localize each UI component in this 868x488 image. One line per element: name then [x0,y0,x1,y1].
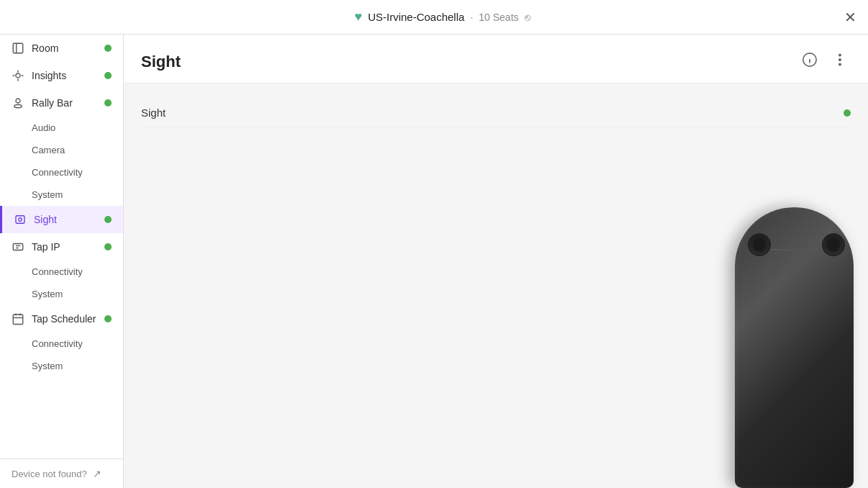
svg-point-23 [839,63,841,65]
svg-rect-9 [16,216,24,224]
svg-rect-14 [13,315,23,325]
connectivity-ts-label: Connectivity [32,338,83,349]
main-actions [799,49,851,74]
logo-icon: ♥ [354,9,362,24]
device-lens-right [822,233,845,256]
rally-bar-status-dot [104,99,112,107]
sight-status-dot [104,216,112,223]
main-header: Sight [124,35,868,83]
rally-bar-icon [12,96,24,109]
sidebar-sight-label: Sight [34,214,57,225]
sidebar-insights-label: Insights [32,70,66,81]
device-row-label: Sight [141,107,166,119]
main-panel: Sight Sight [124,35,868,488]
device-not-found-link-icon[interactable]: ↗ [93,468,101,479]
sidebar-subitem-system-tip[interactable]: System [0,283,123,305]
sidebar-item-insights[interactable]: Insights [0,62,123,89]
svg-rect-11 [13,244,23,250]
svg-point-10 [19,218,22,222]
room-status-dot [104,45,112,52]
sidebar-subitem-camera[interactable]: Camera [0,139,123,161]
system-tip-label: System [32,289,63,299]
device-row: Sight [141,98,851,128]
sidebar-item-tap-ip[interactable]: Tap IP [0,233,123,261]
device-cylinder [735,207,854,488]
sidebar-subitem-connectivity-rb[interactable]: Connectivity [0,161,123,184]
device-lens-left [748,233,771,256]
main-content: Sight [124,83,868,488]
sight-icon [14,213,27,226]
connectivity-tip-label: Connectivity [32,266,83,277]
insights-icon [12,69,24,82]
close-button[interactable]: ✕ [844,9,856,26]
sidebar-subitem-connectivity-ts[interactable]: Connectivity [0,333,123,355]
sidebar-subitem-audio[interactable]: Audio [0,117,123,139]
sidebar: Room Insights [0,35,124,488]
seats-label: 10 Seats [479,12,518,23]
sidebar-subitem-system-ts[interactable]: System [0,355,123,377]
more-options-button[interactable] [829,49,851,74]
sidebar-rally-bar-label: Rally Bar [32,97,73,109]
tap-ip-status-dot [104,243,112,250]
room-title: US-Irvine-Coachella [368,11,464,23]
sidebar-item-tap-scheduler[interactable]: Tap Scheduler [0,305,123,333]
device-image-container [724,186,868,488]
svg-point-22 [839,59,841,60]
sidebar-item-room-left: Room [12,42,58,55]
sidebar-item-rally-bar[interactable]: Rally Bar [0,89,123,117]
sidebar-room-label: Room [32,42,58,54]
device-row-status-dot [844,109,851,117]
sidebar-tap-scheduler-label: Tap Scheduler [32,313,96,325]
tap-scheduler-icon [12,312,24,325]
audio-label: Audio [32,122,55,133]
tap-scheduler-status-dot [104,315,112,322]
device-not-found-label: Device not found? [12,469,87,479]
app-body: Room Insights [0,35,868,488]
sidebar-item-room[interactable]: Room [0,35,123,62]
app-header: ♥ US-Irvine-Coachella · 10 Seats ⎋ ✕ [0,0,868,35]
svg-point-2 [16,73,20,78]
sidebar-tap-ip-label: Tap IP [32,241,60,253]
svg-point-21 [839,54,841,55]
header-center: ♥ US-Irvine-Coachella · 10 Seats ⎋ [354,9,530,24]
sidebar-item-sight-left: Sight [14,213,57,226]
room-icon [12,42,24,55]
svg-point-8 [14,104,22,108]
header-separator: · [470,12,473,23]
page-title: Sight [141,53,181,71]
svg-rect-0 [13,43,23,53]
sidebar-item-rally-bar-left: Rally Bar [12,96,73,109]
device-separator-line [771,249,818,250]
sidebar-subitem-system-rb[interactable]: System [0,184,123,206]
info-button[interactable] [799,49,820,74]
insights-status-dot [104,72,112,79]
sidebar-subitem-connectivity-tip[interactable]: Connectivity [0,261,123,283]
system-ts-label: System [32,361,63,371]
sidebar-item-sight[interactable]: Sight [0,206,123,233]
svg-point-7 [16,99,20,103]
sidebar-item-tap-ip-left: Tap IP [12,240,60,253]
connectivity-rb-label: Connectivity [32,167,83,178]
system-rb-label: System [32,189,63,200]
sidebar-item-tap-scheduler-left: Tap Scheduler [12,312,96,325]
sidebar-item-insights-left: Insights [12,69,66,82]
sidebar-footer: Device not found? ↗ [0,458,123,488]
tap-ip-icon [12,240,24,253]
camera-label: Camera [32,145,65,155]
edit-icon[interactable]: ⎋ [525,12,530,23]
